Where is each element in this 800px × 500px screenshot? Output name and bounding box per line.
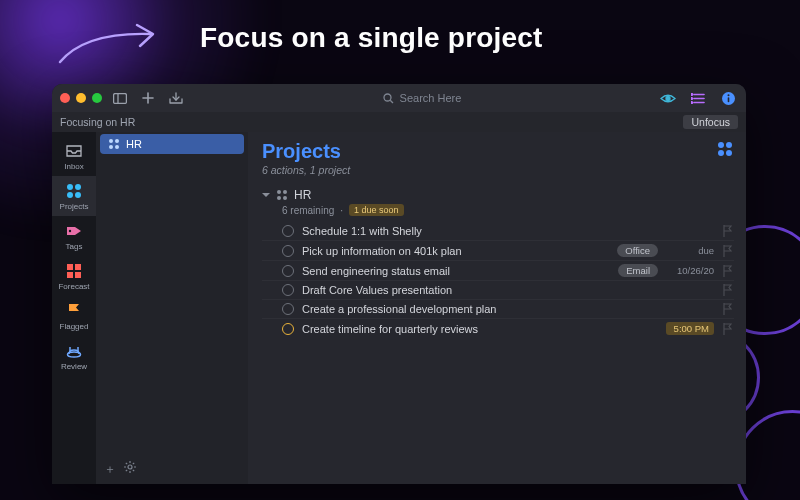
svg-point-19: [75, 192, 81, 198]
sidebar-footer: ＋: [96, 455, 248, 484]
due-soon-pill: 1 due soon: [349, 204, 404, 216]
task-flag-icon[interactable]: [722, 323, 734, 335]
rail-item-tags[interactable]: Tags: [52, 216, 96, 256]
perspective-rail: Inbox Projects Tags Forecast Flagged Rev…: [52, 132, 96, 484]
settings-gear-icon[interactable]: [124, 461, 136, 478]
rail-label: Review: [61, 362, 87, 371]
task-label: Create a professional development plan: [302, 303, 714, 315]
list-view-icon[interactable]: [688, 88, 708, 108]
quick-entry-button[interactable]: [166, 88, 186, 108]
svg-point-34: [726, 150, 732, 156]
task-row[interactable]: Schedule 1:1 with Shelly: [262, 222, 734, 240]
zoom-button[interactable]: [92, 93, 102, 103]
close-button[interactable]: [60, 93, 70, 103]
unfocus-button[interactable]: Unfocus: [683, 115, 738, 129]
new-button[interactable]: [138, 88, 158, 108]
rail-item-review[interactable]: Review: [52, 336, 96, 376]
projects-icon: [276, 189, 288, 201]
main-header: Projects 6 actions, 1 project: [262, 140, 734, 176]
task-meta: due: [666, 245, 714, 256]
task-row[interactable]: Create a professional development plan: [262, 299, 734, 318]
task-checkbox[interactable]: [282, 245, 294, 257]
svg-point-28: [109, 145, 113, 149]
task-flag-icon[interactable]: [722, 225, 734, 237]
projects-subtitle: 6 actions, 1 project: [262, 164, 350, 176]
svg-point-29: [115, 145, 119, 149]
add-button[interactable]: ＋: [104, 461, 116, 478]
svg-point-31: [718, 142, 724, 148]
main-panel: Projects 6 actions, 1 project HR 6 remai…: [248, 132, 746, 484]
task-row[interactable]: Create timeline for quarterly reviews5:0…: [262, 318, 734, 338]
projects-icon: [108, 138, 120, 150]
search-placeholder: Search Here: [400, 92, 462, 104]
svg-point-26: [109, 139, 113, 143]
group-subtitle: 6 remaining · 1 due soon: [282, 204, 734, 216]
rail-item-forecast[interactable]: Forecast: [52, 256, 96, 296]
sidebar-project-label: HR: [126, 138, 142, 150]
task-flag-icon[interactable]: [722, 303, 734, 315]
svg-point-6: [666, 96, 670, 100]
rail-label: Forecast: [58, 282, 89, 291]
sidebar-project-hr[interactable]: HR: [100, 134, 244, 154]
svg-point-20: [69, 229, 71, 231]
svg-point-32: [726, 142, 732, 148]
svg-rect-0: [114, 93, 127, 103]
project-sidebar: HR ＋: [96, 132, 248, 484]
hero-title: Focus on a single project: [200, 22, 543, 54]
svg-point-17: [75, 184, 81, 190]
svg-rect-24: [75, 272, 81, 278]
project-group-hr: HR 6 remaining · 1 due soon Schedule 1:1…: [262, 188, 734, 338]
svg-point-36: [283, 190, 287, 194]
task-flag-icon[interactable]: [722, 245, 734, 257]
svg-point-33: [718, 150, 724, 156]
tag-icon: [65, 222, 83, 240]
svg-point-10: [691, 93, 693, 95]
minimize-button[interactable]: [76, 93, 86, 103]
arrow-icon: [55, 22, 165, 70]
chevron-down-icon: [262, 191, 270, 199]
task-flag-icon[interactable]: [722, 265, 734, 277]
task-row[interactable]: Send engineering status emailEmail10/26/…: [262, 260, 734, 280]
task-checkbox[interactable]: [282, 323, 294, 335]
svg-point-18: [67, 192, 73, 198]
svg-point-16: [67, 184, 73, 190]
group-header[interactable]: HR: [262, 188, 734, 202]
task-label: Create timeline for quarterly reviews: [302, 323, 658, 335]
task-checkbox[interactable]: [282, 284, 294, 296]
projects-heading: Projects: [262, 140, 350, 163]
task-label: Send engineering status email: [302, 265, 610, 277]
rail-item-projects[interactable]: Projects: [52, 176, 96, 216]
svg-point-15: [727, 94, 729, 96]
task-list: Schedule 1:1 with ShellyPick up informat…: [262, 222, 734, 338]
view-options-icon[interactable]: [716, 140, 734, 162]
toggle-sidebar-button[interactable]: [110, 88, 130, 108]
forecast-icon: [65, 262, 83, 280]
svg-point-27: [115, 139, 119, 143]
rail-label: Tags: [66, 242, 83, 251]
task-flag-icon[interactable]: [722, 284, 734, 296]
svg-rect-21: [67, 264, 73, 270]
task-tag[interactable]: Office: [617, 244, 658, 257]
task-checkbox[interactable]: [282, 265, 294, 277]
task-label: Draft Core Values presentation: [302, 284, 714, 296]
info-icon[interactable]: [718, 88, 738, 108]
eye-icon[interactable]: [658, 88, 678, 108]
rail-item-inbox[interactable]: Inbox: [52, 136, 96, 176]
task-row[interactable]: Pick up information on 401k planOfficedu…: [262, 240, 734, 260]
task-label: Schedule 1:1 with Shelly: [302, 225, 714, 237]
focus-bar: Focusing on HR Unfocus: [52, 112, 746, 132]
projects-icon: [65, 182, 83, 200]
task-checkbox[interactable]: [282, 303, 294, 315]
svg-point-30: [128, 465, 132, 469]
task-checkbox[interactable]: [282, 225, 294, 237]
rail-item-flagged[interactable]: Flagged: [52, 296, 96, 336]
search-field[interactable]: Search Here: [194, 92, 650, 104]
task-tag[interactable]: Email: [618, 264, 658, 277]
focus-text: Focusing on HR: [60, 116, 135, 128]
rail-label: Projects: [60, 202, 89, 211]
svg-point-38: [283, 196, 287, 200]
task-label: Pick up information on 401k plan: [302, 245, 609, 257]
task-row[interactable]: Draft Core Values presentation: [262, 280, 734, 299]
rail-label: Inbox: [64, 162, 84, 171]
group-remaining: 6 remaining: [282, 205, 334, 216]
